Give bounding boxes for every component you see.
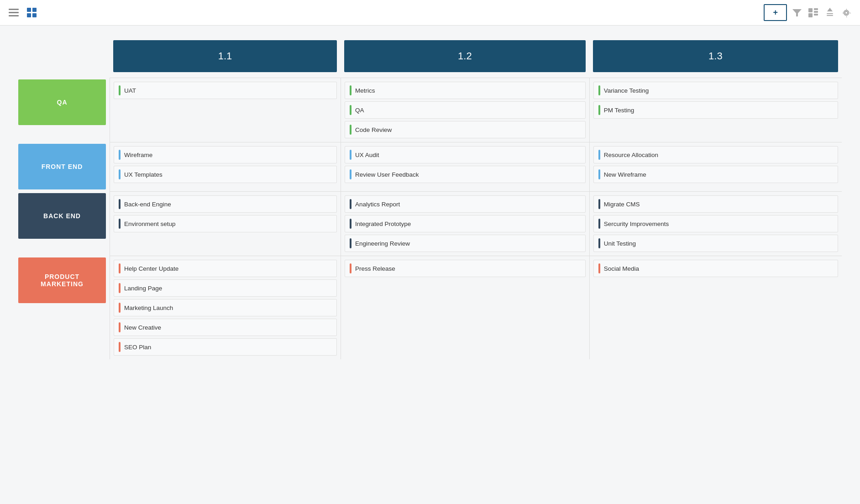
- task-item[interactable]: Metrics: [345, 82, 586, 99]
- group-icon[interactable]: [807, 6, 820, 19]
- task-label: Landing Page: [124, 285, 162, 292]
- task-label: SEO Plan: [124, 344, 151, 351]
- task-label: UX Audit: [355, 152, 379, 158]
- task-label: Migrate CMS: [604, 201, 640, 208]
- task-label: Variance Testing: [604, 87, 649, 94]
- svg-rect-4: [32, 8, 37, 12]
- list-view-icon[interactable]: [7, 6, 20, 19]
- task-label: Unit Testing: [604, 240, 636, 247]
- task-indicator: [598, 105, 600, 115]
- task-indicator: [598, 263, 600, 273]
- add-button[interactable]: +: [764, 4, 787, 21]
- col-header-col1: 1.1: [110, 40, 341, 78]
- task-item[interactable]: SEO Plan: [114, 338, 337, 356]
- task-item[interactable]: Help Center Update: [114, 260, 337, 277]
- task-label: Help Center Update: [124, 265, 178, 272]
- task-label: Review User Feedback: [355, 171, 419, 178]
- cell-frontend-col2: UX AuditReview User Feedback: [341, 142, 589, 191]
- task-item[interactable]: New Wireframe: [593, 166, 838, 183]
- col-header-label-col1: 1.1: [113, 40, 337, 72]
- task-item[interactable]: Landing Page: [114, 279, 337, 297]
- task-indicator: [119, 342, 121, 352]
- task-indicator: [119, 85, 121, 95]
- task-label: Analytics Report: [355, 201, 400, 208]
- grid-view-icon[interactable]: [26, 6, 38, 19]
- export-icon[interactable]: [823, 6, 836, 19]
- toolbar-right: +: [764, 4, 853, 21]
- row-label-text-frontend: FRONT END: [18, 144, 106, 189]
- row-qa: QAUATMetricsQACode ReviewVariance Testin…: [18, 78, 842, 142]
- task-indicator: [598, 238, 600, 248]
- task-indicator: [119, 322, 121, 332]
- task-item[interactable]: Wireframe: [114, 146, 337, 163]
- task-item[interactable]: Review User Feedback: [345, 166, 586, 183]
- svg-rect-6: [32, 13, 37, 17]
- row-marketing: PRODUCT MARKETINGHelp Center UpdateLandi…: [18, 256, 842, 359]
- task-indicator: [598, 150, 600, 160]
- cell-marketing-col3: Social Media: [589, 256, 842, 359]
- task-item[interactable]: Social Media: [593, 260, 838, 277]
- cell-qa-col1: UAT: [110, 78, 341, 142]
- toolbar-left: [7, 6, 38, 19]
- task-item[interactable]: Unit Testing: [593, 235, 838, 252]
- task-item[interactable]: Analytics Report: [345, 195, 586, 213]
- task-item[interactable]: Environment setup: [114, 215, 337, 232]
- task-item[interactable]: Sercurity Improvements: [593, 215, 838, 232]
- task-label: Engineering Review: [355, 240, 410, 247]
- task-label: Code Review: [355, 126, 392, 133]
- col-header-label-col2: 1.2: [344, 40, 586, 72]
- task-indicator: [598, 219, 600, 229]
- svg-rect-2: [9, 15, 19, 16]
- task-item[interactable]: Migrate CMS: [593, 195, 838, 213]
- svg-rect-1: [9, 12, 19, 13]
- row-label-qa: QA: [18, 78, 110, 142]
- svg-rect-12: [814, 14, 818, 16]
- main-content: 1.11.21.3QAUATMetricsQACode ReviewVarian…: [0, 26, 860, 374]
- task-item[interactable]: Press Release: [345, 260, 586, 277]
- task-label: PM Testing: [604, 107, 635, 114]
- cell-marketing-col2: Press Release: [341, 256, 589, 359]
- task-label: Integrated Prototype: [355, 220, 411, 227]
- task-indicator: [350, 199, 351, 209]
- task-label: Metrics: [355, 87, 375, 94]
- task-indicator: [119, 303, 121, 313]
- svg-rect-3: [27, 8, 31, 12]
- task-indicator: [350, 105, 351, 115]
- svg-rect-5: [27, 13, 31, 17]
- task-item[interactable]: Variance Testing: [593, 82, 838, 99]
- svg-rect-0: [9, 9, 19, 10]
- header-empty: [18, 40, 110, 78]
- filter-icon[interactable]: [791, 6, 803, 19]
- task-item[interactable]: UX Audit: [345, 146, 586, 163]
- task-item[interactable]: Code Review: [345, 121, 586, 138]
- task-label: New Wireframe: [604, 171, 646, 178]
- cell-backend-col3: Migrate CMSSercurity ImprovementsUnit Te…: [589, 191, 842, 256]
- task-item[interactable]: Marketing Launch: [114, 299, 337, 316]
- settings-icon[interactable]: [840, 6, 853, 19]
- task-indicator: [598, 85, 600, 95]
- task-item[interactable]: QA: [345, 101, 586, 119]
- cell-backend-col1: Back-end EngineEnvironment setup: [110, 191, 341, 256]
- svg-rect-11: [808, 13, 813, 17]
- svg-rect-9: [814, 8, 818, 10]
- task-item[interactable]: Integrated Prototype: [345, 215, 586, 232]
- cell-frontend-col3: Resource AllocationNew Wireframe: [589, 142, 842, 191]
- row-backend: BACK ENDBack-end EngineEnvironment setup…: [18, 191, 842, 256]
- task-item[interactable]: UX Templates: [114, 166, 337, 183]
- svg-rect-10: [814, 11, 818, 13]
- task-item[interactable]: Resource Allocation: [593, 146, 838, 163]
- task-item[interactable]: UAT: [114, 82, 337, 99]
- svg-rect-14: [827, 15, 833, 16]
- task-item[interactable]: New Creative: [114, 319, 337, 336]
- task-indicator: [350, 238, 351, 248]
- svg-marker-15: [827, 8, 833, 11]
- cell-qa-col3: Variance TestingPM Testing: [589, 78, 842, 142]
- task-item[interactable]: PM Testing: [593, 101, 838, 119]
- row-label-frontend: FRONT END: [18, 142, 110, 191]
- task-item[interactable]: Back-end Engine: [114, 195, 337, 213]
- col-header-col2: 1.2: [341, 40, 589, 78]
- task-label: QA: [355, 107, 364, 114]
- task-item[interactable]: Engineering Review: [345, 235, 586, 252]
- task-label: UX Templates: [124, 171, 163, 178]
- task-indicator: [350, 85, 351, 95]
